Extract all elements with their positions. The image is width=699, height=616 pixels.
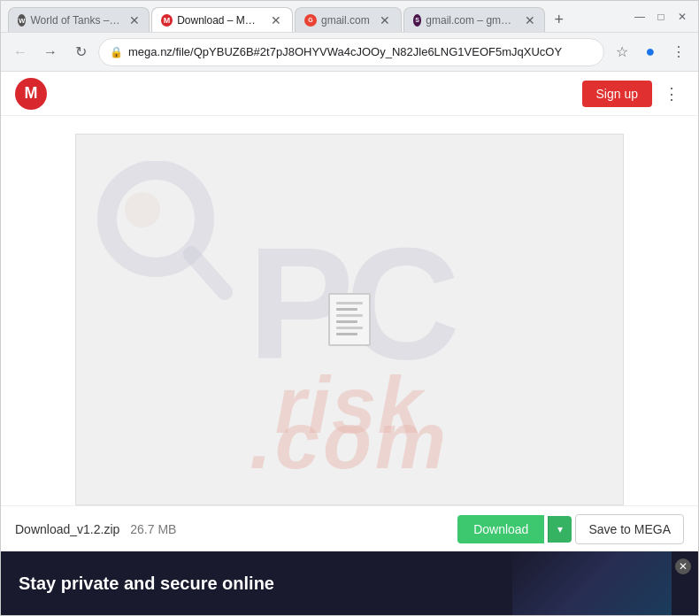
reload-icon: ↻ — [75, 43, 87, 60]
minimize-button[interactable]: — — [631, 8, 649, 26]
bookmark-button[interactable]: ☆ — [610, 40, 634, 65]
tab-close-gmail[interactable]: ✕ — [378, 13, 392, 27]
zip-line-6 — [336, 333, 358, 335]
profile-button[interactable]: ● — [638, 40, 663, 65]
tab-label-gmail: gmail.com — [321, 14, 370, 27]
tab-label-wot: World of Tanks – nemokan... — [30, 14, 121, 27]
back-icon: ← — [13, 44, 27, 60]
banner-text: Stay private and secure online — [19, 574, 274, 594]
save-to-mega-button[interactable]: Save to MEGA — [575, 514, 684, 544]
tab-favicon-wot: w — [18, 14, 26, 27]
mega-logo-letter: M — [25, 84, 38, 103]
tab-close-wot[interactable]: ✕ — [129, 13, 140, 27]
page-content: M Sign up ⋮ — [1, 72, 698, 615]
tab-favicon-gmail: G — [304, 14, 317, 27]
tab-label-mega: Download – MEGA — [177, 14, 262, 27]
save-mega-label: Save to MEGA — [588, 522, 671, 536]
tab-wot[interactable]: w World of Tanks – nemokan... ✕ — [8, 7, 150, 32]
zip-line-3 — [336, 314, 364, 317]
file-actions: Download ▾ Save to MEGA — [457, 514, 684, 544]
browser-frame: w World of Tanks – nemokan... ✕ M Downlo… — [0, 0, 699, 616]
svg-line-1 — [191, 254, 225, 292]
tab-label-slack: gmail.com – gmail Resour... — [426, 14, 516, 27]
zip-line-1 — [336, 302, 364, 304]
file-preview-container: PC risk .com — [75, 134, 624, 505]
tab-favicon-slack: S — [413, 14, 422, 27]
mega-logo: M — [15, 78, 47, 110]
back-button[interactable]: ← — [8, 40, 33, 65]
file-name: Download_v1.2.zip — [15, 522, 119, 536]
mega-menu-button[interactable]: ⋮ — [659, 81, 684, 106]
menu-icon: ⋮ — [672, 43, 686, 60]
zip-file-icon — [328, 293, 371, 346]
profile-icon: ● — [646, 42, 656, 61]
tab-slack[interactable]: S gmail.com – gmail Resour... ✕ — [403, 7, 545, 32]
bottom-banner: ✕ Stay private and secure online — [1, 551, 698, 615]
reload-button[interactable]: ↻ — [68, 40, 93, 65]
mega-header: M Sign up ⋮ — [1, 72, 698, 116]
bookmark-icon: ☆ — [616, 43, 628, 60]
download-label: Download — [473, 522, 528, 536]
file-size: 26.7 MB — [130, 522, 176, 536]
svg-point-0 — [107, 170, 204, 267]
zip-lines — [336, 302, 364, 335]
mega-main: PC risk .com — [1, 116, 698, 505]
banner-image — [512, 551, 672, 615]
download-caret-button[interactable]: ▾ — [548, 516, 572, 543]
tab-gmail[interactable]: G gmail.com ✕ — [295, 7, 402, 32]
mega-page: M Sign up ⋮ — [1, 72, 698, 615]
tab-close-slack[interactable]: ✕ — [525, 13, 535, 27]
window-controls: — □ ✕ — [631, 8, 691, 26]
title-bar: w World of Tanks – nemokan... ✕ M Downlo… — [1, 1, 698, 33]
tab-mega[interactable]: M Download – MEGA ✕ — [151, 7, 293, 32]
forward-icon: → — [43, 44, 58, 60]
banner-close-button[interactable]: ✕ — [675, 558, 691, 574]
tab-strip: w World of Tanks – nemokan... ✕ M Downlo… — [8, 1, 624, 32]
tab-close-mega[interactable]: ✕ — [270, 13, 283, 27]
new-tab-button[interactable]: + — [547, 7, 572, 32]
forward-button[interactable]: → — [38, 40, 63, 65]
tab-favicon-mega: M — [161, 14, 173, 27]
mega-header-right: Sign up ⋮ — [582, 81, 684, 107]
signup-button[interactable]: Sign up — [582, 81, 652, 107]
file-info-bar: Download_v1.2.zip 26.7 MB Download ▾ Sav… — [1, 505, 698, 551]
toolbar-actions: ☆ ● ⋮ — [610, 40, 691, 65]
magnifier-watermark — [94, 161, 235, 303]
close-icon: ✕ — [679, 560, 687, 573]
security-icon: 🔒 — [110, 46, 123, 58]
toolbar: ← → ↻ 🔒 mega.nz/file/QpYBUZ6B#2t7pJ8OHYV… — [1, 33, 698, 72]
address-bar[interactable]: 🔒 mega.nz/file/QpYBUZ6B#2t7pJ8OHYVWa4cJO… — [98, 38, 604, 66]
zip-line-4 — [336, 320, 358, 323]
close-button[interactable]: ✕ — [673, 8, 691, 26]
caret-down-icon: ▾ — [557, 523, 563, 535]
menu-button[interactable]: ⋮ — [666, 40, 691, 65]
watermark-risk-text: risk — [275, 360, 424, 451]
svg-point-2 — [125, 192, 160, 227]
zip-line-5 — [336, 327, 364, 329]
zip-line-2 — [336, 308, 358, 311]
address-text: mega.nz/file/QpYBUZ6B#2t7pJ8OHYVWa4cJOOy… — [128, 45, 593, 58]
watermark-com-text: .com — [250, 396, 449, 487]
maximize-button[interactable]: □ — [652, 8, 670, 26]
mega-menu-icon: ⋮ — [664, 84, 680, 104]
download-button[interactable]: Download — [457, 515, 544, 543]
